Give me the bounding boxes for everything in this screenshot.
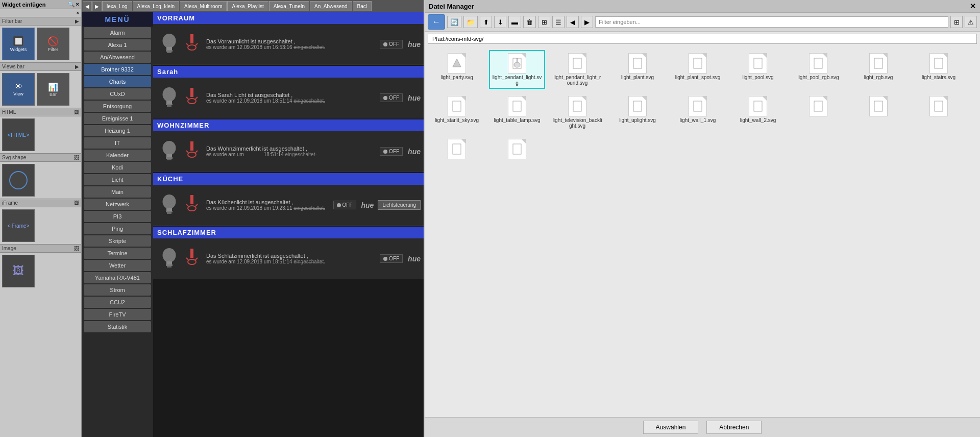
vorraum-time: es wurde am 12.09.2018 um 16:53:16 einge… bbox=[206, 44, 376, 50]
auswaehlen-btn[interactable]: Auswählen bbox=[643, 421, 699, 434]
file-item-light-table-lamp[interactable]: light_table_lamp.svg bbox=[489, 93, 545, 132]
datei-close-btn[interactable]: ✕ bbox=[970, 2, 976, 10]
svg-point-21 bbox=[188, 152, 196, 157]
sidebar-item-licht[interactable]: Licht bbox=[84, 174, 151, 185]
sidebar-item-firetv[interactable]: FireTV bbox=[84, 309, 151, 320]
view-widget[interactable]: 👁 View bbox=[2, 73, 35, 106]
sidebar-item-wetter[interactable]: Wetter bbox=[84, 260, 151, 271]
bulb-icon-sarah bbox=[156, 83, 182, 113]
sidebar-item-cuxd[interactable]: CUxD bbox=[84, 88, 151, 100]
sarah-off-btn[interactable]: OFF bbox=[380, 93, 403, 102]
file-item-light-wall-2[interactable]: light_wall_2.svg bbox=[730, 93, 786, 132]
vorraum-off-btn[interactable]: OFF bbox=[380, 40, 403, 48]
wohnzimmer-off-btn[interactable]: OFF bbox=[380, 147, 403, 156]
nav-back-btn[interactable]: ◀ bbox=[83, 1, 92, 11]
file-item-20[interactable] bbox=[489, 136, 545, 163]
refresh-btn[interactable]: 🔄 bbox=[447, 16, 461, 28]
svg-widget[interactable] bbox=[2, 164, 35, 197]
html-widget[interactable]: <HTML> bbox=[2, 118, 35, 151]
file-item-light-television-backlight[interactable]: light_television_backlight.svg bbox=[549, 93, 605, 132]
sidebar-item-brother9332[interactable]: Brother 9332 bbox=[84, 64, 151, 75]
sidebar-item-heizung1[interactable]: Heizung 1 bbox=[84, 125, 151, 136]
nav-forward-btn[interactable]: ▶ bbox=[92, 1, 102, 11]
file-item-light-pendant-round[interactable]: light_pendant_light_round.svg bbox=[549, 50, 605, 89]
file-item-18[interactable] bbox=[911, 93, 967, 132]
switch-icon-wohnzimmer bbox=[182, 141, 202, 162]
view-list-btn[interactable]: ▬ bbox=[508, 16, 521, 28]
abbrechen-btn[interactable]: Abbrechen bbox=[706, 421, 762, 434]
bar-widget[interactable]: 📊 Bar bbox=[37, 73, 69, 106]
widgets-widget[interactable]: 🔲 Widgets bbox=[2, 28, 35, 60]
download-btn[interactable]: ⬇ bbox=[494, 16, 506, 28]
search-icon[interactable]: 🔍 bbox=[68, 1, 75, 8]
sidebar-item-ping[interactable]: Ping bbox=[84, 223, 151, 234]
tab-back[interactable]: Bacl bbox=[353, 1, 372, 11]
filter-input[interactable] bbox=[595, 16, 948, 28]
file-item-light-stairs[interactable]: light_stairs.svg bbox=[911, 50, 967, 89]
iframe-section: iFrame 🖼 bbox=[0, 199, 81, 207]
file-item-light-starlit-sky[interactable]: light_starlit_sky.svg bbox=[429, 93, 485, 132]
tab-an-abwesend[interactable]: An_Abwesend bbox=[310, 1, 352, 11]
file-item-17[interactable] bbox=[850, 93, 906, 132]
filter-widget[interactable]: 🚫 Filter bbox=[37, 28, 69, 60]
sidebar-item-main[interactable]: Main bbox=[84, 186, 151, 198]
file-item-16[interactable] bbox=[790, 93, 846, 132]
bulb-icon-vorraum bbox=[156, 29, 182, 60]
tab-alexa-playlist[interactable]: Alexa_Playlist bbox=[227, 1, 268, 11]
sidebar-item-alarm[interactable]: Alarm bbox=[84, 27, 151, 38]
lichtsteuerung-btn[interactable]: Lichtsteuerung bbox=[378, 200, 421, 210]
filter-expand-btn[interactable]: ⊞ bbox=[950, 16, 963, 28]
sidebar-item-pi3[interactable]: PI3 bbox=[84, 211, 151, 222]
file-item-light-pool-rgb[interactable]: light_pool_rgb.svg bbox=[790, 50, 846, 89]
image-widget[interactable]: 🖼 bbox=[2, 255, 35, 287]
iframe-label: <iFrame> bbox=[8, 223, 30, 229]
sidebar-item-it[interactable]: IT bbox=[84, 137, 151, 149]
view-detail-btn[interactable]: ☰ bbox=[552, 16, 565, 28]
sidebar-item-skripte[interactable]: Skripte bbox=[84, 235, 151, 247]
tab-alexa-multiroom[interactable]: Alexa_Multiroom bbox=[180, 1, 227, 11]
iframe-widget[interactable]: <iFrame> bbox=[2, 209, 35, 242]
warning-btn[interactable]: ⚠ bbox=[965, 16, 977, 28]
tab-alexa-log-klein[interactable]: Alexa_Log_klein bbox=[133, 1, 179, 11]
upload-btn[interactable]: ⬆ bbox=[480, 16, 492, 28]
tab-alexa-tunein[interactable]: Alexa_TuneIn bbox=[269, 1, 309, 11]
schlafzimmer-off-btn[interactable]: OFF bbox=[380, 254, 403, 263]
sidebar-item-anabwesend[interactable]: An/Abwesend bbox=[84, 52, 151, 63]
file-item-light-party[interactable]: light_party.svg bbox=[429, 50, 485, 89]
sidebar-item-kodi[interactable]: Kodi bbox=[84, 162, 151, 173]
delete-btn[interactable]: 🗑 bbox=[523, 16, 536, 28]
sidebar-item-termine[interactable]: Termine bbox=[84, 248, 151, 259]
sidebar-item-ereignisse1[interactable]: Ereignisse 1 bbox=[84, 113, 151, 124]
view-grid-btn[interactable]: ⊞ bbox=[538, 16, 550, 28]
file-item-light-pendant[interactable]: light_pendant_light.svg bbox=[489, 50, 545, 89]
file-item-19[interactable] bbox=[429, 136, 485, 163]
menu-header: MENÜ bbox=[82, 12, 153, 27]
file-item-light-plant[interactable]: light_plant.svg bbox=[609, 50, 666, 89]
file-item-light-uplight[interactable]: light_uplight.svg bbox=[609, 93, 666, 132]
prev-btn[interactable]: ◀ bbox=[567, 16, 579, 28]
svg-rect-27 bbox=[167, 212, 172, 214]
kueche-time: es wurde am 12.09.2018 um 19:23:11 einge… bbox=[206, 205, 329, 211]
panel-close-btn[interactable]: × bbox=[0, 9, 81, 17]
sidebar-item-ccu2[interactable]: CCU2 bbox=[84, 297, 151, 308]
sidebar-item-yamaha[interactable]: Yamaha RX-V481 bbox=[84, 272, 151, 283]
file-item-light-wall-1[interactable]: light_wall_1.svg bbox=[670, 93, 726, 132]
file-icon-19 bbox=[448, 139, 466, 159]
file-item-light-pool[interactable]: light_pool.svg bbox=[730, 50, 786, 89]
kueche-off-btn[interactable]: OFF bbox=[333, 201, 356, 209]
sidebar-item-kalender[interactable]: Kalender bbox=[84, 150, 151, 161]
sidebar-item-strom[interactable]: Strom bbox=[84, 284, 151, 296]
tab-lexa-log[interactable]: lexa_Log bbox=[102, 1, 132, 11]
sidebar-item-charts[interactable]: Charts bbox=[84, 76, 151, 87]
file-item-light-plant-spot[interactable]: light_plant_spot.svg bbox=[670, 50, 726, 89]
file-name-light-wall-2: light_wall_2.svg bbox=[740, 117, 776, 123]
back-navigation-btn[interactable]: ← bbox=[428, 14, 445, 30]
file-item-light-rgb[interactable]: light_rgb.svg bbox=[850, 50, 906, 89]
close-icon[interactable]: × bbox=[76, 1, 79, 8]
sidebar-item-statistik[interactable]: Statistik bbox=[84, 321, 151, 332]
sidebar-item-alexa1[interactable]: Alexa 1 bbox=[84, 39, 151, 51]
next-btn[interactable]: ▶ bbox=[581, 16, 593, 28]
sidebar-item-netzwerk[interactable]: Netzwerk bbox=[84, 199, 151, 210]
folder-btn[interactable]: 📁 bbox=[463, 16, 478, 28]
sidebar-item-entsorgung[interactable]: Entsorgung bbox=[84, 101, 151, 112]
